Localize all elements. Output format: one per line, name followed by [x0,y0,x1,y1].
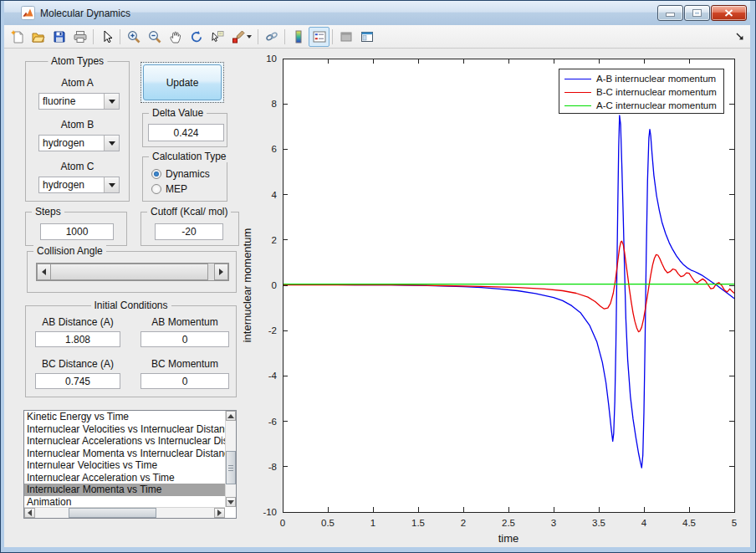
list-item[interactable]: Internuclear Momenta vs Internuclear Dis… [24,448,225,460]
cursor-arrow-icon [100,30,114,44]
slider-track[interactable] [208,264,214,280]
atom-c-dropdown-button[interactable] [104,177,119,192]
titlebar[interactable]: Molecular Dynamics [4,1,750,25]
list-item[interactable]: Internulear Velocities vs Time [24,459,225,472]
brush-icon [232,30,245,44]
dock-figure-button[interactable] [735,30,745,45]
link-plot-button[interactable] [261,27,282,47]
calculation-type-group: Calculation Type Dynamics MEP [142,156,227,202]
dynamics-radio[interactable]: Dynamics [151,168,210,180]
mep-radio[interactable]: MEP [151,183,187,195]
chevron-down-icon [109,183,115,187]
scroll-up-button[interactable] [226,411,236,421]
scroll-right-button[interactable] [214,508,225,518]
toolbar-separator [258,29,258,44]
initial-conditions-label: Initial Conditions [90,300,171,311]
save-figure-icon [53,30,66,44]
legend-entry: B-C internuclear momentum [564,85,723,99]
ab-distance-field[interactable] [35,331,120,347]
scroll-left-button[interactable] [24,508,35,518]
atom-a-dropdown[interactable]: fluorine [38,93,120,110]
ab-distance-label: AB Distance (A) [35,316,120,328]
print-figure-button[interactable] [69,27,90,47]
list-item[interactable]: Kinetic Energy vs Time [24,411,225,423]
arrow-left-icon [28,509,32,516]
delta-value-group: Delta Value [142,113,227,147]
pan-button[interactable] [165,27,186,47]
list-item[interactable]: Animation [24,496,225,508]
window-title: Molecular Dynamics [40,8,656,19]
arrow-right-icon [217,509,222,516]
plot-axes[interactable]: 00.511.522.533.544.55-10-8-6-4-20246810t… [238,50,750,547]
pan-hand-icon [169,30,182,44]
insert-colorbar-button[interactable] [288,27,309,47]
bc-momentum-field[interactable] [140,373,229,389]
scroll-grip-icon [228,468,233,469]
toolbar-separator [332,29,333,44]
data-cursor-button[interactable] [207,27,227,47]
plot-legend[interactable]: A-B internuclear momentumB-C internuclea… [559,69,724,114]
atom-types-group: Atom Types Atom A fluorine Atom B hydrog… [25,61,130,202]
brush-dropdown-caret-icon[interactable] [247,35,252,38]
atom-b-dropdown[interactable]: hydrogen [38,135,120,151]
plot-type-listbox[interactable]: Kinetic Energy vs TimeInternuclear Veloc… [23,410,237,519]
steps-label: Steps [32,206,64,218]
list-item[interactable]: Internuclear Velocities vs Internuclear … [24,423,225,436]
show-plot-tools-button[interactable] [356,27,377,47]
zoom-in-button[interactable] [123,27,144,47]
horizontal-scroll-thumb[interactable] [69,508,156,518]
x-tick-label: 4 [641,518,647,528]
new-figure-button[interactable] [7,27,28,47]
atom-b-label: Atom B [26,119,129,131]
maximize-button[interactable] [684,5,710,21]
update-button-label: Update [166,77,199,89]
legend-icon [313,30,326,44]
slider-right-arrow[interactable] [214,264,228,280]
slider-left-arrow[interactable] [37,264,51,280]
close-button[interactable] [711,5,747,21]
atom-a-label: Atom A [26,77,129,89]
minimize-button[interactable] [657,5,683,21]
vertical-scrollbar[interactable] [225,411,236,507]
list-item[interactable]: Internuclear Momenta vs Time [24,484,225,496]
legend-entry: A-C internuclear momentum [564,99,723,112]
rotate-3d-button[interactable] [186,27,207,47]
hide-plot-tools-button[interactable] [335,27,356,47]
data-cursor-icon [211,30,224,44]
arrow-down-icon [227,500,234,504]
legend-line-sample [564,105,591,106]
delta-value-label: Delta Value [149,107,207,119]
toolbar-separator [120,29,120,44]
atom-a-dropdown-button[interactable] [104,94,119,109]
open-file-button[interactable] [28,27,49,47]
zoom-out-button[interactable] [144,27,165,47]
y-tick-label: -4 [268,371,278,381]
atom-c-dropdown[interactable]: hydrogen [38,177,120,193]
update-button[interactable]: Update [140,62,224,103]
save-figure-button[interactable] [49,27,69,47]
delta-value-field[interactable] [148,124,224,141]
matlab-logo-icon [21,6,35,20]
cutoff-field[interactable] [155,223,223,240]
edit-plot-button[interactable] [96,27,117,47]
brush-data-button[interactable] [227,27,255,47]
chevron-down-icon [109,141,115,146]
horizontal-scrollbar[interactable] [24,507,225,518]
vertical-scroll-thumb[interactable] [226,451,236,484]
list-item[interactable]: Internuclear Accelerations vs Internucle… [24,435,225,448]
horizontal-scroll-track[interactable] [156,508,214,518]
ab-momentum-field[interactable] [140,331,229,347]
legend-line-sample [564,92,591,93]
calculation-type-label: Calculation Type [149,151,230,162]
dock-figure-icon [735,32,745,42]
atom-b-dropdown-button[interactable] [104,136,119,151]
bc-distance-field[interactable] [35,373,120,389]
arrow-right-icon [219,269,223,275]
insert-legend-button[interactable] [309,27,329,47]
open-file-icon [32,30,45,44]
steps-field[interactable] [40,223,114,240]
collision-angle-slider[interactable] [36,263,229,281]
scroll-down-button[interactable] [226,497,236,507]
list-item[interactable]: Internuclear Acceleration vs Time [24,472,225,484]
slider-thumb[interactable] [51,264,208,280]
